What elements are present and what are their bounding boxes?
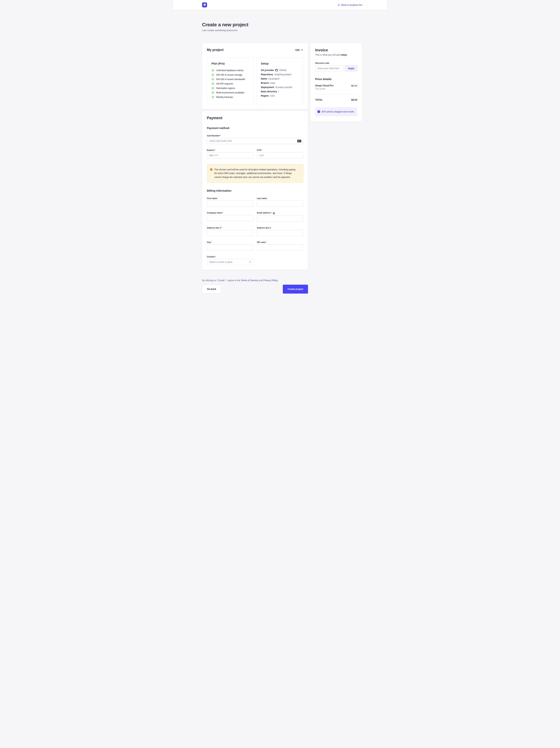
- invoice-card: Invoice This is what you will pay today …: [310, 43, 362, 122]
- setup-row-value: my-project: [269, 77, 279, 80]
- payment-card: Payment Payment method Card Number* Expi…: [202, 111, 308, 270]
- terms-agreement-text: By clicking on "Create", I agree to the …: [202, 279, 387, 282]
- terms-of-service-link[interactable]: Terms of Service: [241, 279, 258, 282]
- apply-discount-button[interactable]: Apply: [345, 65, 357, 71]
- top-navigation-bar: ↻ Back to projects list: [173, 0, 387, 10]
- required-marker: *: [215, 149, 215, 151]
- total-amount: $8.04: [351, 98, 357, 101]
- line-item-amount: $8.04: [351, 84, 357, 90]
- page-content: Create a new project Lets create somethi…: [173, 10, 387, 313]
- setup-row-git-provider: Git provider GitHub: [261, 69, 299, 72]
- list-item: ✓Weekly backups: [212, 96, 250, 98]
- list-item: ✓1M API requests: [212, 82, 250, 85]
- cvc-label-text: CVC: [257, 149, 261, 151]
- price-line-item: Strapi Cloud Pro This month $8.04: [315, 84, 357, 90]
- country-label: Country*: [207, 256, 253, 258]
- strapi-logo[interactable]: [202, 2, 207, 7]
- required-marker: *: [266, 241, 266, 243]
- privacy-policy-link[interactable]: Privacy Policy.: [263, 279, 278, 282]
- zip-code-input[interactable]: [257, 244, 303, 251]
- discount-code-input[interactable]: [315, 65, 343, 71]
- feature-label: 250 GB of assets storage: [216, 74, 242, 76]
- line-item-period: This month: [315, 88, 334, 90]
- zip-code-label: ZIP code*: [257, 241, 303, 243]
- city-label-text: City: [207, 241, 211, 243]
- setup-row: RegionUSA: [261, 95, 299, 97]
- check-icon: ✓: [212, 73, 214, 76]
- setup-row-value: GitHub: [279, 69, 286, 72]
- strapi-logo-icon: [202, 2, 207, 7]
- terms-and: and: [258, 279, 263, 282]
- city-label: City*: [207, 241, 253, 243]
- check-icon: ✓: [212, 82, 214, 85]
- card-number-label: Card Number*: [207, 135, 303, 137]
- required-marker: *: [222, 212, 223, 214]
- expires-label-text: Expires: [207, 149, 214, 151]
- info-icon: i: [273, 212, 275, 214]
- back-to-projects-link[interactable]: ↻ Back to projects list: [338, 3, 362, 6]
- billing-information-title: Billing information: [207, 189, 303, 192]
- required-marker: *: [215, 256, 216, 258]
- cvc-input[interactable]: [257, 153, 303, 159]
- feature-label: Weekly backups: [216, 96, 233, 98]
- setup-row-value: USA: [270, 95, 275, 97]
- credit-card-icon: [297, 140, 301, 142]
- list-item: ✓250 GB of assets storage: [212, 73, 250, 76]
- country-select-input[interactable]: [207, 259, 253, 265]
- list-item: ✓Selectable regions: [212, 87, 250, 90]
- setup-row-label: Branch: [261, 82, 269, 84]
- plan-feature-list: ✓Unlimited database entries ✓250 GB of a…: [212, 69, 250, 98]
- setup-rows: Git provider GitHub Repositorystrapi/my-…: [261, 69, 299, 97]
- check-icon: ✓: [212, 69, 214, 72]
- first-name-input[interactable]: [207, 201, 253, 207]
- setup-box: Setup Git provider GitHub Repositorystra…: [256, 57, 303, 104]
- total-label: TOTAL: [315, 99, 323, 101]
- list-item: ✓Multi-environment available: [212, 91, 250, 94]
- plan-title: Plan (Pro): [212, 62, 250, 65]
- go-back-button[interactable]: Go back: [202, 285, 221, 294]
- edit-project-button[interactable]: Edit ✎: [295, 49, 303, 51]
- address-line1-label: Address line 1*: [207, 227, 253, 229]
- feature-label: 1M API requests: [216, 83, 233, 85]
- address-line1-input[interactable]: [207, 230, 253, 236]
- expires-label: Expires*: [207, 149, 253, 151]
- required-marker: *: [261, 149, 262, 151]
- setup-row-label: Repository: [261, 73, 273, 76]
- card-number-input[interactable]: [207, 138, 303, 144]
- pencil-icon: ✎: [301, 49, 303, 51]
- list-item: ✓500 GB of assets bandwidth: [212, 78, 250, 80]
- address-line2-label: Address line 2: [257, 227, 303, 229]
- create-project-button[interactable]: Create project: [283, 285, 308, 294]
- company-name-label: Company name*: [207, 212, 253, 214]
- country-select[interactable]: ▼: [207, 259, 253, 265]
- setup-row: Branchmain: [261, 82, 299, 84]
- invoice-subtitle-emphasis: today: [341, 53, 347, 56]
- check-icon: ✓: [212, 78, 214, 80]
- price-details-title: Price details: [315, 77, 357, 80]
- page-head: Create a new project Lets create somethi…: [202, 10, 387, 32]
- card-number-label-text: Card Number: [207, 135, 220, 137]
- warning-icon: !: [210, 168, 212, 171]
- setup-row-value: main: [270, 82, 275, 84]
- feature-label: 500 GB of assets bandwidth: [216, 78, 245, 80]
- country-label-text: Country: [207, 256, 215, 258]
- expires-input[interactable]: [207, 153, 253, 159]
- invoice-title: Invoice: [315, 48, 357, 52]
- setup-row-label: Git provider: [261, 69, 274, 72]
- edit-button-label: Edit: [295, 49, 300, 51]
- setup-row: Repositorystrapi/my-project: [261, 73, 299, 76]
- company-name-input[interactable]: [207, 215, 253, 221]
- setup-row-value: strapi/my-project: [274, 73, 291, 76]
- first-name-label: First name: [207, 197, 253, 200]
- info-icon: i: [317, 110, 320, 113]
- required-marker: *: [220, 135, 221, 137]
- page-subtitle: Lets create something awesome!: [202, 29, 387, 32]
- check-icon: ✓: [212, 87, 214, 90]
- last-name-label: Last name: [257, 197, 303, 200]
- check-icon: ✓: [212, 91, 214, 94]
- email-address-input[interactable]: [257, 215, 303, 221]
- address-line2-input[interactable]: [257, 230, 303, 236]
- company-name-label-text: Company name: [207, 212, 222, 214]
- last-name-input[interactable]: [257, 201, 303, 207]
- city-input[interactable]: [207, 244, 253, 251]
